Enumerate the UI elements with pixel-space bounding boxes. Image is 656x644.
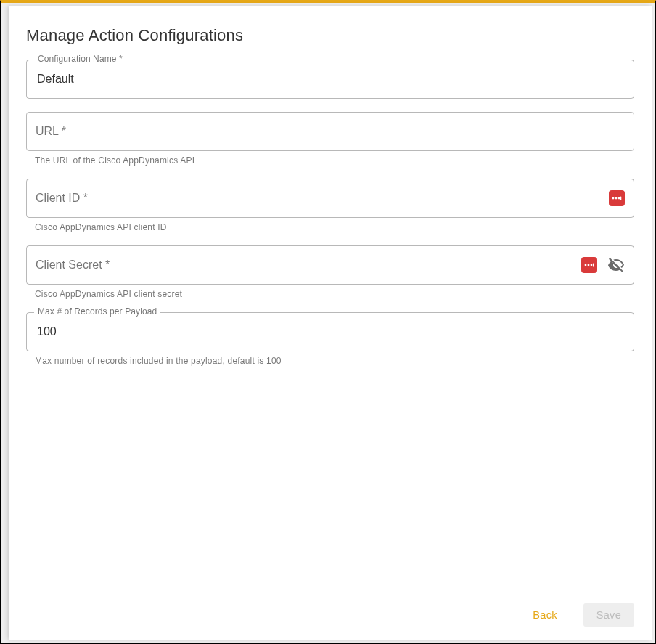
field-configuration-name: Configuration Name * bbox=[26, 60, 634, 99]
max-records-label: Max # of Records per Payload bbox=[34, 306, 160, 317]
client-id-icons bbox=[609, 190, 625, 206]
secret-manager-icon[interactable] bbox=[581, 257, 597, 273]
client-id-input-wrap[interactable]: Client ID * bbox=[26, 179, 634, 218]
svg-rect-3 bbox=[620, 197, 621, 200]
form-area: Configuration Name * URL * The URL of th… bbox=[26, 60, 634, 598]
max-records-helper: Max number of records included in the pa… bbox=[35, 356, 634, 366]
field-max-records: Max # of Records per Payload Max number … bbox=[26, 312, 634, 366]
client-secret-input-wrap[interactable]: Client Secret * bbox=[26, 245, 634, 285]
field-url: URL * The URL of the Cisco AppDynamics A… bbox=[26, 112, 634, 166]
configuration-name-input[interactable] bbox=[36, 60, 625, 98]
modal-footer: Back Save bbox=[26, 598, 634, 627]
page-title: Manage Action Configurations bbox=[26, 26, 634, 45]
url-helper: The URL of the Cisco AppDynamics API bbox=[35, 155, 634, 166]
svg-rect-7 bbox=[593, 264, 594, 267]
client-secret-label: Client Secret * bbox=[36, 258, 110, 272]
client-id-helper: Cisco AppDynamics API client ID bbox=[35, 222, 634, 232]
svg-point-0 bbox=[612, 197, 615, 200]
svg-point-4 bbox=[585, 264, 587, 266]
url-input-wrap[interactable]: URL * bbox=[26, 112, 634, 151]
max-records-input[interactable] bbox=[36, 313, 625, 351]
field-client-secret: Client Secret * Cisco AppDynamics API cl… bbox=[26, 245, 634, 299]
svg-point-1 bbox=[615, 197, 618, 200]
config-modal: Manage Action Configurations Configurati… bbox=[9, 6, 652, 640]
svg-point-5 bbox=[588, 264, 590, 266]
client-id-label: Client ID * bbox=[36, 192, 88, 205]
max-records-input-wrap[interactable]: Max # of Records per Payload bbox=[26, 312, 634, 351]
save-button[interactable]: Save bbox=[583, 603, 634, 627]
svg-point-6 bbox=[591, 264, 593, 266]
configuration-name-input-wrap[interactable]: Configuration Name * bbox=[26, 60, 634, 99]
window-frame: Manage Action Configurations Configurati… bbox=[0, 0, 656, 644]
visibility-off-icon[interactable] bbox=[607, 256, 625, 274]
secret-manager-icon[interactable] bbox=[609, 190, 625, 206]
back-button[interactable]: Back bbox=[520, 603, 570, 627]
configuration-name-label: Configuration Name * bbox=[34, 54, 126, 64]
svg-point-2 bbox=[618, 197, 620, 200]
client-secret-helper: Cisco AppDynamics API client secret bbox=[35, 289, 634, 299]
client-secret-icons bbox=[581, 256, 625, 274]
url-label: URL * bbox=[36, 125, 66, 138]
field-client-id: Client ID * Cisco AppDynamics API client… bbox=[26, 179, 634, 232]
